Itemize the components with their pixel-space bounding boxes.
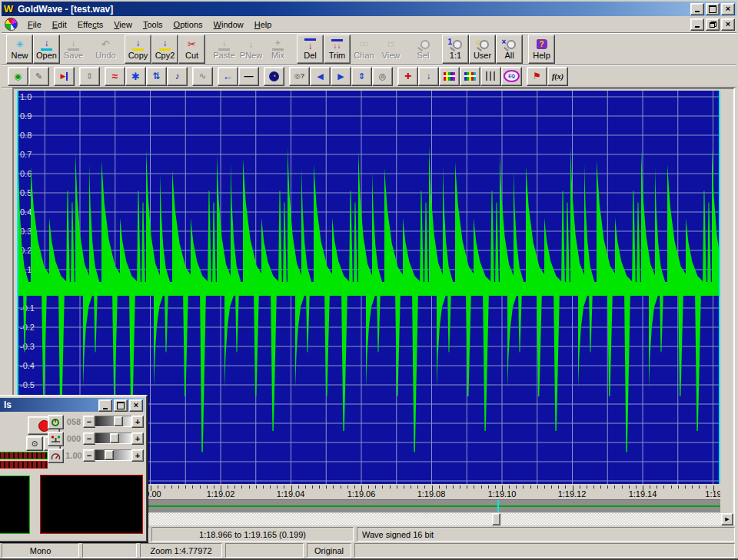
mixdown-button[interactable]: ↓ xyxy=(418,67,439,86)
del-button[interactable]: ↓Del xyxy=(297,35,324,64)
paste-button: ↓Paste xyxy=(211,35,238,64)
trim-button[interactable]: ↓↓Trim xyxy=(324,35,351,64)
user-button[interactable]: ☺User xyxy=(469,35,496,64)
menu-bar: FileEditEffectsViewToolsOptionsWindowHel… xyxy=(2,16,736,33)
menu-item-help[interactable]: Help xyxy=(249,18,278,31)
minor-tick xyxy=(347,485,348,489)
copy-button[interactable]: ↓Copy xyxy=(125,35,151,64)
speed-button[interactable] xyxy=(48,449,64,463)
speed-slider-thumb[interactable] xyxy=(105,450,114,460)
balance-slider-thumb[interactable] xyxy=(110,433,119,443)
maximize-button[interactable] xyxy=(706,3,720,15)
speed-slider[interactable] xyxy=(95,449,132,461)
menu-item-edit[interactable]: Edit xyxy=(47,18,72,31)
time-label: 1:19.14 xyxy=(629,489,657,499)
cpy2-button[interactable]: ↓Cpy2 xyxy=(151,35,178,64)
volume-knob-button[interactable] xyxy=(48,415,64,429)
playback-rate-button[interactable]: ◔ xyxy=(264,67,284,86)
time-label: 1:19.04 xyxy=(277,489,305,499)
shape-wave-button[interactable]: ≈ xyxy=(105,67,125,86)
doppler-button[interactable]: ♪ xyxy=(167,67,188,86)
help-button[interactable]: ?Help xyxy=(528,35,555,64)
mdi-restore-button[interactable] xyxy=(706,18,720,31)
new-button[interactable]: ✳New xyxy=(6,35,33,64)
expression-button[interactable]: f(x) xyxy=(547,67,568,86)
cut-icon: ✂ xyxy=(188,38,196,51)
controls-window-title: ls xyxy=(4,399,12,410)
menu-item-options[interactable]: Options xyxy=(168,18,208,31)
equalizer-sliders-button[interactable] xyxy=(480,67,501,86)
knob-right-button[interactable]: ▶ xyxy=(331,67,351,86)
balance-minus-button[interactable]: − xyxy=(83,432,95,445)
volume-minus-button[interactable]: − xyxy=(83,416,95,428)
minor-tick xyxy=(390,485,391,489)
new-icon: ✳ xyxy=(15,38,23,51)
invert-button[interactable]: ⇅ xyxy=(146,67,167,86)
volume-slider-thumb[interactable] xyxy=(114,416,123,426)
cut-button[interactable]: ✂Cut xyxy=(178,35,205,64)
mdi-minimize-button[interactable] xyxy=(690,18,704,31)
chan-button: □□Chan xyxy=(351,35,377,64)
balance-plus-button[interactable]: + xyxy=(131,432,144,445)
device-properties-button[interactable]: ◉ xyxy=(8,67,28,86)
mdi-close-button[interactable]: × xyxy=(721,18,735,31)
volume-plus-button[interactable]: + xyxy=(131,416,144,428)
one-to-one-button-label: 1:1 xyxy=(450,51,461,60)
title-bar: W GoldWave - [test.wav] × xyxy=(2,2,736,16)
controls-minimize-button[interactable] xyxy=(98,399,112,412)
spectrum-bars-1-button[interactable] xyxy=(439,67,460,86)
volume-slider[interactable] xyxy=(95,416,132,427)
minor-tick xyxy=(234,485,235,489)
offset-icon: ∿ xyxy=(198,71,206,81)
cue-flag-button[interactable]: ⚑ xyxy=(527,67,547,86)
undo-button-label: Undo xyxy=(95,51,115,60)
controls-maximize-button[interactable] xyxy=(114,399,128,412)
speed-minus-button[interactable]: − xyxy=(83,449,95,462)
knob-wave-button[interactable]: ◎ xyxy=(372,67,393,86)
minor-tick xyxy=(341,485,341,489)
window-title: GoldWave - [test.wav] xyxy=(18,4,690,15)
minimize-icon xyxy=(695,11,700,12)
fit-vertical-icon: ⇕ xyxy=(86,72,93,81)
scrollbar-right-arrow-button[interactable]: ▶ xyxy=(721,513,733,525)
knob-left-button[interactable]: ◀ xyxy=(310,67,331,86)
spectrum-bars-2-button[interactable] xyxy=(460,67,480,86)
goto-end-button[interactable]: ▶ xyxy=(54,67,75,86)
scrollbar-thumb[interactable] xyxy=(492,513,500,525)
menu-item-view[interactable]: View xyxy=(108,18,138,31)
minimize-button[interactable] xyxy=(690,3,704,15)
all-button[interactable]: ×All xyxy=(496,35,523,64)
minor-tick xyxy=(565,485,566,489)
one-to-one-button[interactable]: 11:1 xyxy=(442,35,469,64)
menu-item-file[interactable]: File xyxy=(22,18,47,31)
marker-edit-button[interactable]: ✎ xyxy=(28,67,49,86)
balance-button[interactable] xyxy=(48,432,64,446)
previous-button[interactable]: ← xyxy=(218,67,238,86)
speed-plus-button[interactable]: + xyxy=(131,449,144,462)
balance-slider[interactable] xyxy=(95,432,132,444)
new-button-label: New xyxy=(11,51,28,60)
mix-button: +Mix xyxy=(264,35,291,64)
knob-updown-button[interactable]: ⇕ xyxy=(351,67,372,86)
controls-close-button[interactable]: × xyxy=(129,399,143,412)
insert-button[interactable]: ✚ xyxy=(397,67,418,86)
knob-question-button[interactable]: ◎? xyxy=(289,67,310,86)
eq-preset-button[interactable]: EQ xyxy=(501,67,522,86)
minor-tick xyxy=(516,485,517,489)
selection-end-marker[interactable] xyxy=(719,91,720,484)
close-button[interactable]: × xyxy=(721,3,735,15)
menu-item-window[interactable]: Window xyxy=(208,18,249,31)
silence-button[interactable]: — xyxy=(238,67,259,86)
effects-menu-button[interactable]: ✱ xyxy=(125,67,146,86)
time-label: 1:19 xyxy=(705,489,720,499)
minor-tick xyxy=(593,485,594,489)
menu-item-tools[interactable]: Tools xyxy=(138,18,168,31)
open-button[interactable]: ↓Open xyxy=(33,35,60,64)
menu-item-effects[interactable]: Effects xyxy=(72,18,108,31)
minor-tick xyxy=(663,485,664,489)
minor-tick xyxy=(453,485,454,489)
document-system-menu-icon[interactable] xyxy=(5,18,18,31)
monitor-radio-button[interactable]: ⊙ xyxy=(26,436,43,451)
knob-right-icon: ▶ xyxy=(337,72,344,81)
minor-tick xyxy=(629,485,630,489)
